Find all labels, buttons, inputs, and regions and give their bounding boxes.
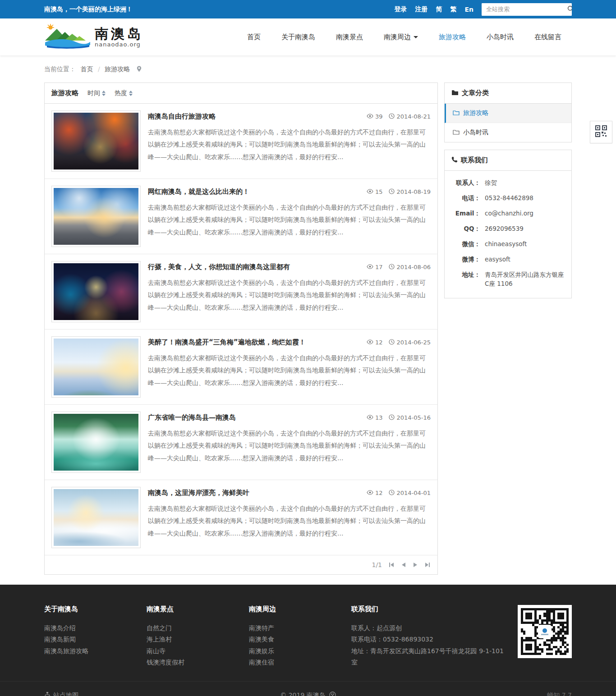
nav-travel-guide[interactable]: 旅游攻略 (428, 18, 476, 55)
footer-link[interactable]: 南澳岛旅游攻略 (44, 646, 147, 657)
logo-subtitle: nanaodao.org (95, 41, 143, 48)
badge-icon (326, 691, 336, 696)
thumbnail-image (54, 263, 138, 320)
nav-about[interactable]: 关于南澳岛 (271, 18, 326, 55)
article-title[interactable]: 南澳岛，这里海岸漂亮，海鲜美叶 (148, 489, 249, 497)
sort-by-time[interactable]: 时间 (87, 89, 106, 97)
article-item: 美醉了！南澳岛盛开“三角梅”遍地欲燃，绚烂如霞！ 12 2014-06-25 去… (45, 330, 437, 405)
article-title[interactable]: 南澳岛自由行旅游攻略 (148, 112, 216, 121)
sidebar-item-travel-guide[interactable]: 旅游攻略 (445, 104, 571, 123)
nav-island-news[interactable]: 小岛时讯 (476, 18, 524, 55)
sidebar-item-island-news[interactable]: 小岛时讯 (445, 123, 571, 142)
footer-link[interactable]: 南澳住宿 (249, 657, 351, 668)
article-item: 广东省唯一的海岛县—南澳岛 13 2014-05-16 去南澳岛前想必大家都听说… (45, 405, 437, 480)
article-meta: 15 2014-08-19 (360, 188, 431, 196)
nav-guestbook[interactable]: 在线留言 (524, 18, 572, 55)
article-thumbnail[interactable] (51, 487, 141, 548)
search-input[interactable] (482, 3, 567, 16)
article-title[interactable]: 美醉了！南澳岛盛开“三角梅”遍地欲燃，绚烂如霞！ (148, 338, 306, 347)
breadcrumb: 当前位置： 首页 / 旅游攻略 (44, 55, 572, 75)
qr-icon (595, 125, 607, 139)
site-logo[interactable]: 南澳岛 nanaodao.org (44, 23, 143, 50)
view-count: 12 (375, 490, 383, 496)
category-panel-header: 文章分类 (445, 83, 571, 104)
footer-link[interactable]: 海上渔村 (147, 634, 249, 645)
sort-icon (102, 91, 106, 96)
contact-panel: 联系我们 联系人：徐贺 电话：0532-84462898 Email：co@ch… (444, 150, 572, 298)
footer-link[interactable]: 南澳特产 (249, 623, 351, 634)
footer-link[interactable]: 钱澳湾度假村 (147, 657, 249, 668)
article-thumbnail[interactable] (51, 261, 141, 322)
article-item: 南澳岛自由行旅游攻略 39 2014-08-21 去南澳岛前想必大家都听说过这个… (45, 104, 437, 179)
nav-home[interactable]: 首页 (237, 18, 271, 55)
clock-icon (389, 339, 396, 346)
footer-link[interactable]: 南澳岛介绍 (44, 623, 147, 634)
qr-center-logo (539, 626, 551, 637)
contact-row: 微博：easysoft (451, 255, 565, 264)
breadcrumb-home-link[interactable]: 首页 (80, 65, 93, 73)
lang-simplified-link[interactable]: 简 (436, 5, 442, 14)
search-button[interactable] (567, 3, 572, 16)
clock-icon (389, 414, 396, 421)
contact-row: 电话：0532-84462898 (451, 193, 565, 203)
sitemap-icon (44, 691, 53, 696)
article-excerpt: 去南澳岛前想必大家都听说过这个美丽的小岛，去这个自由的小岛最好的方式不过自由行，… (148, 503, 431, 540)
article-list-panel: 旅游攻略 时间 热度 南澳岛自由行旅游攻略 39 2014-08-21 去南澳岛… (44, 82, 438, 575)
site-tagline: 南澳岛，一个美丽的海上绿洲！ (44, 5, 133, 14)
location-pin-icon (137, 66, 142, 73)
footer-link[interactable]: 南澳美食 (249, 634, 351, 645)
sort-by-heat[interactable]: 热度 (115, 89, 133, 97)
first-page-button[interactable] (388, 562, 395, 568)
footer-link[interactable]: 南澳岛新闻 (44, 634, 147, 645)
publish-date: 2014-08-19 (396, 188, 431, 195)
article-excerpt: 去南澳岛前想必大家都听说过这个美丽的小岛，去这个自由的小岛最好的方式不过自由行，… (148, 427, 431, 464)
lang-traditional-link[interactable]: 繁 (450, 5, 456, 14)
eye-icon (367, 414, 375, 421)
sitemap-link[interactable]: 站点地图 (53, 691, 78, 696)
article-thumbnail[interactable] (51, 110, 141, 172)
article-thumbnail[interactable] (51, 186, 141, 247)
thumbnail-image (54, 339, 138, 395)
nav-scenery[interactable]: 南澳景点 (326, 18, 373, 55)
qr-code-button[interactable] (590, 121, 612, 143)
footer-link[interactable]: 南山寺 (147, 646, 249, 657)
footer-contact-line: 联系人：起点源创 (351, 623, 504, 634)
eye-icon (367, 264, 375, 270)
sidebar: 文章分类 旅游攻略 小岛时讯 联系我们 联系人：徐贺 电话： (444, 82, 572, 306)
nav-surroundings[interactable]: 南澳周边 (373, 18, 428, 55)
thumbnail-image (54, 414, 138, 471)
view-count: 17 (375, 264, 383, 270)
breadcrumb-current-link[interactable]: 旅游攻略 (105, 65, 130, 73)
footer-bottom: 站点地图 © 2019 南澳岛 蝉知 7.7 (0, 681, 616, 696)
contact-row: 微信：chinaeasysoft (451, 239, 565, 249)
article-title[interactable]: 广东省唯一的海岛县—南澳岛 (148, 413, 236, 422)
publish-date: 2014-08-21 (396, 113, 431, 120)
footer-col-scenery: 南澳景点 自然之门 海上渔村 南山寺 钱澳湾度假村 (147, 605, 249, 669)
lang-english-link[interactable]: En (464, 6, 473, 13)
article-title[interactable]: 行摄，美食，人文，你想知道的南澳岛这里都有 (148, 263, 290, 271)
footer-qr-code (518, 605, 572, 658)
article-item: 南澳岛，这里海岸漂亮，海鲜美叶 12 2014-04-01 去南澳岛前想必大家都… (45, 480, 437, 555)
article-thumbnail[interactable] (51, 412, 141, 473)
article-item: 行摄，美食，人文，你想知道的南澳岛这里都有 17 2014-08-06 去南澳岛… (45, 254, 437, 330)
article-thumbnail[interactable] (51, 336, 141, 398)
cms-version: 蝉知 7.7 (396, 691, 572, 696)
folder-icon (451, 89, 462, 97)
thumbnail-image (54, 489, 138, 546)
publish-date: 2014-04-01 (396, 490, 431, 496)
next-page-button[interactable] (413, 562, 418, 568)
article-excerpt: 去南澳岛前想必大家都听说过这个美丽的小岛，去这个自由的小岛最好的方式不过自由行，… (148, 201, 431, 238)
register-link[interactable]: 注册 (415, 5, 428, 14)
view-count: 15 (375, 188, 383, 195)
page-indicator: 1/1 (372, 561, 382, 568)
login-link[interactable]: 登录 (394, 5, 407, 14)
view-count: 13 (375, 414, 383, 421)
article-title[interactable]: 网红南澳岛，就是这么比出来的！ (148, 188, 249, 196)
prev-page-button[interactable] (401, 562, 406, 568)
site-search (482, 3, 572, 16)
last-page-button[interactable] (424, 562, 431, 568)
phone-icon (451, 156, 461, 165)
footer-link[interactable]: 自然之门 (147, 623, 249, 634)
footer-link[interactable]: 南澳娱乐 (249, 646, 351, 657)
clock-icon (389, 264, 396, 271)
